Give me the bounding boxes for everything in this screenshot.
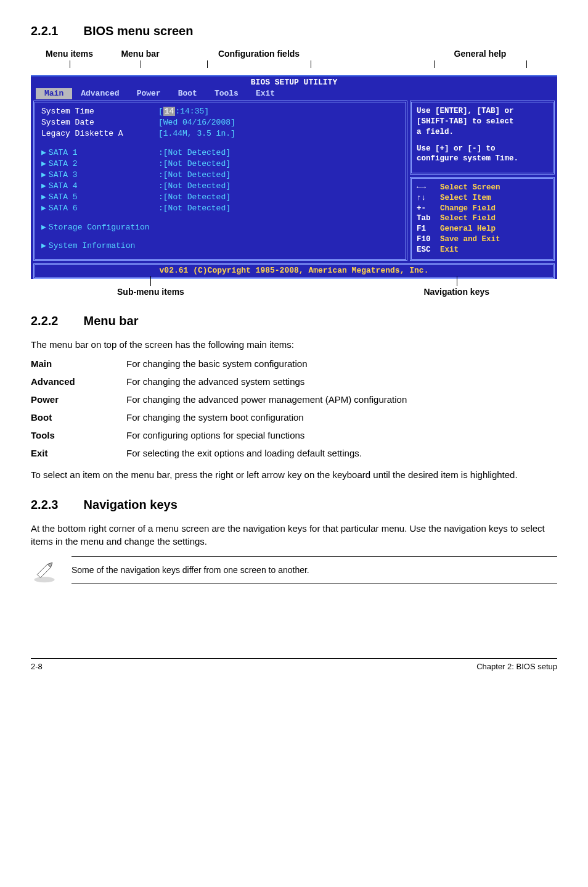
item-sata2[interactable]: SATA 2 <box>49 159 78 168</box>
value-sata1: :[Not Detected] <box>158 147 231 159</box>
bios-left-pane: System Time [14:14:35] System Date [Wed … <box>33 101 407 261</box>
item-system-info[interactable]: System Information <box>49 241 135 252</box>
item-sata5[interactable]: SATA 5 <box>49 192 78 202</box>
menubar-outro: To select an item on the menu bar, press… <box>31 468 557 481</box>
chevron-right-icon: ▶ <box>41 241 46 252</box>
menu-exit[interactable]: Exit <box>247 88 284 99</box>
section-heading-221: 2.2.1 BIOS menu screen <box>31 22 557 39</box>
section-heading-222: 2.2.2 Menu bar <box>31 312 557 329</box>
item-storage-config[interactable]: Storage Configuration <box>49 222 150 233</box>
navkeys-paragraph: At the bottom right corner of a menu scr… <box>31 522 557 548</box>
arrows-ud-icon <box>417 193 440 204</box>
value-sata5: :[Not Detected] <box>158 192 231 203</box>
section-title: Menu bar <box>84 314 139 328</box>
top-label-row: Menu items Menu bar Configuration fields… <box>31 48 557 60</box>
chevron-right-icon: ▶ <box>41 148 46 157</box>
note-block: Some of the navigation keys differ from … <box>31 556 557 585</box>
label-submenu-items: Sub-menu items <box>117 286 184 299</box>
label-navigation-keys: Navigation keys <box>423 286 489 299</box>
table-row: PowerFor changing the advanced power man… <box>31 390 407 408</box>
menubar-intro: The menu bar on top of the screen has th… <box>31 338 557 351</box>
item-legacy-diskette[interactable]: Legacy Diskette A <box>41 128 158 139</box>
arrows-lr-icon <box>417 183 440 193</box>
label-menu-items: Menu items <box>31 48 108 60</box>
page-number: 2-8 <box>31 661 43 672</box>
section-title: BIOS menu screen <box>84 24 194 38</box>
chevron-right-icon: ▶ <box>41 159 46 168</box>
section-heading-223: 2.2.3 Navigation keys <box>31 496 557 513</box>
section-num: 2.2.2 <box>31 312 80 329</box>
bottom-label-row: Sub-menu items Navigation keys <box>31 281 557 299</box>
svg-rect-1 <box>37 564 51 577</box>
table-row: MainFor changing the basic system config… <box>31 355 407 373</box>
bios-panel: BIOS SETUP UTILITY Main Advanced Power B… <box>31 75 557 279</box>
section-num: 2.2.1 <box>31 22 80 39</box>
chevron-right-icon: ▶ <box>41 192 46 202</box>
value-sata6: :[Not Detected] <box>158 203 231 214</box>
value-sata2: :[Not Detected] <box>158 159 231 170</box>
bios-menubar: Main Advanced Power Boot Tools Exit <box>31 88 557 101</box>
label-menu-bar: Menu bar <box>108 48 173 60</box>
value-system-time[interactable]: [14:14:35] <box>158 106 209 117</box>
value-sata3: :[Not Detected] <box>158 170 231 181</box>
page-footer: 2-8 Chapter 2: BIOS setup <box>31 658 557 672</box>
menu-tools[interactable]: Tools <box>206 88 247 99</box>
menu-main[interactable]: Main <box>36 88 72 99</box>
bios-title: BIOS SETUP UTILITY <box>31 76 557 88</box>
chevron-right-icon: ▶ <box>41 222 46 233</box>
pencil-icon <box>31 557 58 584</box>
bios-footer: v02.61 (C)Copyright 1985-2008, American … <box>33 263 555 279</box>
section-num: 2.2.3 <box>31 496 80 513</box>
label-general-help: General help <box>403 48 557 60</box>
menu-advanced[interactable]: Advanced <box>72 88 128 99</box>
item-system-time[interactable]: System Time <box>41 106 158 117</box>
menu-boot[interactable]: Boot <box>169 88 206 99</box>
item-system-date[interactable]: System Date <box>41 117 158 128</box>
svg-point-0 <box>35 577 55 582</box>
table-row: AdvancedFor changing the advanced system… <box>31 373 407 390</box>
table-row: ToolsFor configuring options for special… <box>31 426 407 444</box>
chevron-right-icon: ▶ <box>41 204 46 213</box>
item-sata1[interactable]: SATA 1 <box>49 148 78 157</box>
menubar-table: MainFor changing the basic system config… <box>31 355 407 462</box>
bios-nav-box: Select Screen Select Item +-Change Field… <box>410 177 555 261</box>
table-row: ExitFor selecting the exit options and l… <box>31 444 407 462</box>
menu-power[interactable]: Power <box>128 88 169 99</box>
item-sata6[interactable]: SATA 6 <box>49 204 78 213</box>
bios-help-box: Use [ENTER], [TAB] or [SHIFT-TAB] to sel… <box>410 101 555 175</box>
label-config-fields: Configuration fields <box>173 48 345 60</box>
value-legacy-diskette[interactable]: [1.44M, 3.5 in.] <box>158 128 235 139</box>
note-text: Some of the navigation keys differ from … <box>71 556 557 585</box>
chevron-right-icon: ▶ <box>41 181 46 191</box>
value-system-date[interactable]: [Wed 04/16/2008] <box>158 117 235 128</box>
section-title: Navigation keys <box>84 498 178 511</box>
value-sata4: :[Not Detected] <box>158 181 231 192</box>
table-row: BootFor changing the system boot configu… <box>31 408 407 426</box>
item-sata4[interactable]: SATA 4 <box>49 181 78 191</box>
chapter-label: Chapter 2: BIOS setup <box>476 661 557 672</box>
item-sata3[interactable]: SATA 3 <box>49 170 78 179</box>
chevron-right-icon: ▶ <box>41 170 46 179</box>
